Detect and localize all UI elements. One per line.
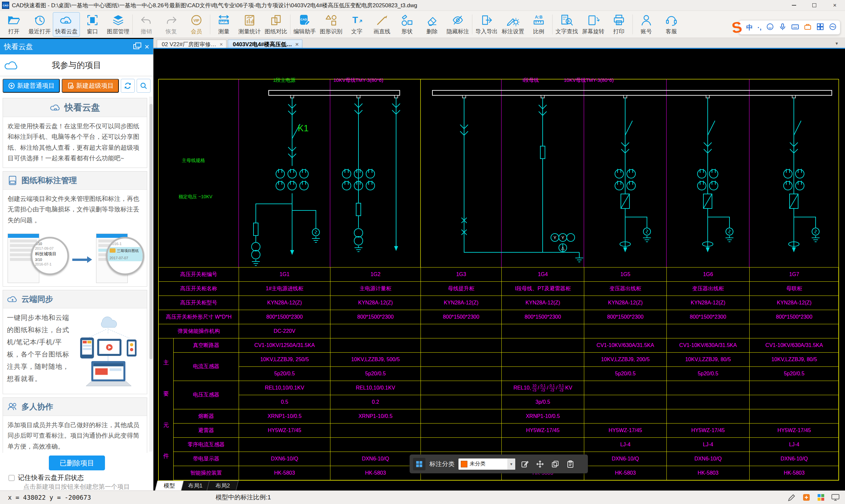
maximize-icon	[812, 3, 816, 7]
main-toolbar: 打开 最近打开 快看云盘 窗口 图层管理 撤销 恢复 VIP会员 测量 测量统计…	[0, 11, 845, 38]
ime-voice-icon[interactable]	[779, 23, 787, 32]
table-cell	[750, 381, 839, 395]
import-export-button[interactable]: 导入导出	[473, 12, 500, 37]
deleted-projects-button[interactable]: 已删除项目	[49, 455, 105, 470]
account-button[interactable]: 账号	[634, 12, 659, 37]
table-cell: 10KV,LZZBJ9, 500/5	[330, 353, 421, 367]
table-cell: HK-5803	[584, 466, 667, 480]
tab-layout2[interactable]: 布局2	[207, 481, 239, 490]
annotation-settings-button[interactable]: 标注设置	[500, 12, 526, 37]
screen-rotate-button[interactable]: 屏幕旋转	[580, 12, 606, 37]
apps-grid-icon[interactable]	[816, 493, 825, 502]
shapes-button[interactable]: 形状	[394, 12, 420, 37]
table-cell: 1G6	[667, 268, 750, 282]
classify-grid-icon[interactable]	[413, 458, 425, 470]
window-button[interactable]: 窗口	[80, 12, 105, 37]
panel-scroll-content: 快看云盘 欢迎使用快看云盘！在这里您不仅可以同步图纸和标注到手机、电脑等各个平台…	[0, 95, 153, 453]
redo-button[interactable]: 恢复	[159, 12, 184, 37]
ime-toolbox-icon[interactable]	[804, 23, 812, 32]
vip-member-button[interactable]: VIP会员	[184, 12, 209, 37]
search-icon	[140, 82, 147, 90]
sync-button[interactable]	[121, 79, 135, 93]
dropdown-arrow-icon[interactable]: ▼	[507, 458, 515, 470]
busbars	[269, 90, 832, 95]
measure-stats-button[interactable]: 测量统计	[236, 12, 263, 37]
find-text-button[interactable]: A文字查找	[553, 12, 580, 37]
open-button[interactable]: 打开	[1, 12, 27, 37]
checkbox-label: 记住快看云盘开启状态	[18, 473, 84, 482]
popout-icon[interactable]	[133, 44, 139, 49]
ime-skin-grid-icon[interactable]	[816, 23, 824, 32]
display-icon[interactable]	[831, 493, 840, 502]
promo-icon[interactable]	[802, 493, 811, 502]
manage-card: 图纸和标注管理 创建云端项目和文件夹来管理图纸和标注，再也无需担心由于电脑损坏，…	[3, 171, 147, 287]
ime-keyboard-icon[interactable]	[791, 23, 799, 32]
table-cell	[421, 438, 502, 452]
table-cell	[421, 424, 502, 438]
tab-close-icon[interactable]: ×	[295, 41, 299, 48]
edit-annotation-icon[interactable]	[519, 458, 530, 470]
measure-button[interactable]: 测量	[211, 12, 236, 37]
scrollbar-thumb[interactable]	[149, 104, 153, 360]
copy-annotation-icon[interactable]	[550, 458, 561, 470]
table-cell: CV1-10KV/630A/31.5KA	[667, 338, 750, 353]
ime-chinese-mode-icon[interactable]: 中	[746, 23, 753, 32]
minimize-button[interactable]	[784, 0, 804, 11]
table-cell	[502, 367, 584, 381]
ime-punctuation-icon[interactable]: ·,	[758, 24, 761, 31]
customer-service-button[interactable]: 客服	[659, 12, 684, 37]
search-button[interactable]	[137, 79, 151, 93]
table-cell: KYN28A-12(Z)	[502, 296, 584, 310]
tab-close-icon[interactable]: ×	[219, 41, 223, 48]
ime-emoji-icon[interactable]	[766, 23, 774, 32]
classify-label: 标注分类	[429, 460, 455, 468]
hide-annotation-button[interactable]: 隐藏标注	[445, 12, 471, 37]
text-tool-button[interactable]: T文字	[344, 12, 369, 37]
magnifier-left: 1/10 2017-09-07 科技城项目 3/10 2016-07-1	[31, 237, 69, 275]
svg-text:Y: Y	[553, 235, 557, 240]
table-cell: 800*1500*2300	[584, 310, 667, 324]
edit-assistant-button[interactable]: CAD编辑助手	[292, 12, 318, 37]
delete-button[interactable]: 删除	[420, 12, 445, 37]
remember-state-checkbox[interactable]	[8, 475, 15, 481]
feedback-pencil-icon[interactable]	[788, 493, 796, 502]
tab-model[interactable]: 模型	[155, 481, 183, 490]
new-super-project-button[interactable]: 新建超级项目	[62, 79, 119, 93]
tab-document-2-active[interactable]: 0403V2电4#楼高压低…×	[228, 40, 302, 49]
category-dropdown[interactable]: 未分类 ▼	[458, 458, 515, 470]
tab-layout1[interactable]: 布局1	[179, 481, 211, 490]
recent-open-button[interactable]: 最近打开	[27, 12, 53, 37]
collab-text: 添加项目成员并共享自己做好的标注，其他成员同步后即可查看标注。项目沟通协作从此变…	[3, 416, 147, 453]
svg-text:VIP: VIP	[193, 18, 199, 22]
panel-close-icon[interactable]: ×	[145, 43, 149, 51]
move-annotation-icon[interactable]	[534, 458, 546, 470]
table-row-label: 高压开关柜外形尺寸 W*D*H	[159, 310, 239, 324]
undo-button[interactable]: 撤销	[134, 12, 159, 37]
draw-line-button[interactable]: 画直线	[369, 12, 394, 37]
new-normal-project-button[interactable]: 新建普通项目	[3, 79, 60, 93]
tab-overflow-button[interactable]: ▼	[832, 40, 842, 48]
drawing-compare-button[interactable]: 图纸对比	[263, 12, 289, 37]
print-button[interactable]: 打印	[606, 12, 631, 37]
panel-title: 快看云盘	[4, 42, 33, 52]
table-cell: 1G2	[330, 268, 421, 282]
scale-button[interactable]: A:B比例	[526, 12, 551, 37]
layer-manager-button[interactable]: 图层管理	[105, 12, 131, 37]
table-cell: 1#主电源进线柜	[239, 282, 330, 296]
paste-annotation-icon[interactable]	[565, 458, 576, 470]
table-cell: CV1-10KV/630A/31.5KA	[750, 338, 839, 353]
cloud-drive-button[interactable]: 快看云盘	[53, 12, 80, 37]
cad-canvas[interactable]: Y Y △ 1段主电源 10KV母线TMY-3(80*6) I段母线 10KV母…	[154, 49, 845, 490]
sidebar-scrollbar[interactable]	[149, 97, 153, 452]
circuit-linework	[251, 97, 820, 266]
table-cell	[584, 324, 667, 338]
close-button[interactable]: ×	[825, 0, 845, 11]
ime-sogou-wheel-icon[interactable]	[829, 23, 837, 32]
tab-document-1[interactable]: 02 V22#厂房图审修…×	[157, 40, 226, 49]
table-row-label: 高压开关柜名称	[159, 282, 239, 296]
table-row-label: 电流互感器	[174, 353, 239, 381]
maximize-button[interactable]	[804, 0, 825, 11]
table-cell: 800*1500*2300	[502, 310, 584, 324]
toolbar-separator	[210, 15, 210, 34]
shape-recognition-button[interactable]: 图形识别	[318, 12, 344, 37]
